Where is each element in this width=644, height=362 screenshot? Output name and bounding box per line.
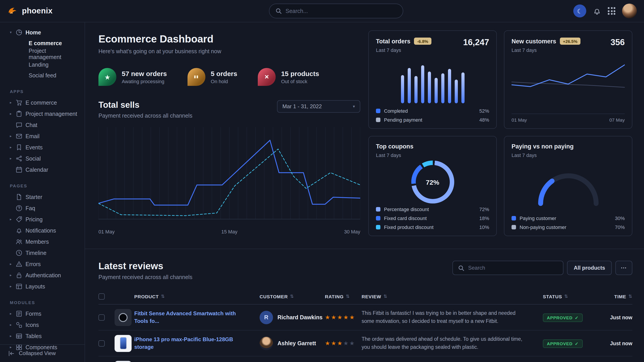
sidebar-item-faq[interactable]: Faq bbox=[5, 203, 79, 214]
legend-row: Paying customer 30% bbox=[512, 215, 625, 221]
card-period: Last 7 days bbox=[376, 152, 414, 158]
caret-right-icon: ▸ bbox=[9, 101, 12, 105]
theme-toggle-button[interactable]: ☾ bbox=[573, 4, 586, 17]
product-link[interactable]: Fitbit Sense Advanced Smartwatch with To… bbox=[134, 310, 260, 325]
sidebar-item-label: Project management bbox=[26, 111, 77, 117]
app-root: phoenix ☾ ▾ HomeE commerceProject manage… bbox=[0, 0, 644, 362]
legend-row: Completed 52% bbox=[376, 108, 489, 114]
brand[interactable]: phoenix bbox=[7, 4, 52, 17]
navbar-search[interactable] bbox=[269, 3, 403, 18]
paying-card: Paying vs non paying Last 7 days Paying … bbox=[504, 136, 632, 236]
reviews-search-input[interactable] bbox=[468, 265, 558, 271]
product-link[interactable]: iPhone 13 pro max-Pacific Blue-128GB sto… bbox=[134, 336, 260, 351]
apps-grid-button[interactable] bbox=[608, 7, 615, 15]
layout-icon bbox=[16, 283, 22, 290]
sidebar-item-forms[interactable]: ▸ Forms bbox=[5, 308, 79, 319]
stat-caption: Awating processing bbox=[122, 79, 167, 84]
legend-dot bbox=[376, 117, 380, 122]
sidebar-item-errors[interactable]: ▸ Errors bbox=[5, 259, 79, 270]
main-content: Ecommerce Dashboard Here's what's going … bbox=[85, 22, 644, 362]
reviews-search[interactable] bbox=[452, 261, 564, 275]
column-header-review[interactable]: REVIEW⇅ bbox=[362, 294, 543, 299]
review-text: This Fitbit is fantastic! I was trying t… bbox=[362, 305, 543, 330]
notifications-button[interactable] bbox=[593, 7, 601, 15]
total-orders-value: 16,247 bbox=[463, 37, 489, 47]
navbar-search-input[interactable] bbox=[286, 8, 396, 14]
column-header-product[interactable]: PRODUCT⇅ bbox=[134, 294, 260, 299]
date-range-value: Mar 1 - 31, 2022 bbox=[282, 103, 322, 110]
bar bbox=[414, 76, 417, 103]
latest-reviews-title: Latest reviews bbox=[98, 261, 192, 272]
more-options-button[interactable]: ... bbox=[615, 261, 632, 275]
x-icon: × bbox=[258, 68, 276, 86]
all-products-button[interactable]: All products bbox=[567, 261, 612, 275]
caret-down-icon: ▾ bbox=[9, 30, 12, 34]
time-cell: Just now bbox=[598, 315, 632, 320]
sidebar-subitem-landing[interactable]: Landing bbox=[5, 59, 79, 70]
top-coupons-legend: Percentage discount 72% Fixed card disco… bbox=[376, 206, 489, 230]
sidebar-item-social[interactable]: ▸ Social bbox=[5, 153, 79, 164]
x-axis-label: 15 May bbox=[221, 229, 238, 234]
sidebar-item-events[interactable]: ▸ Events bbox=[5, 142, 79, 153]
sidebar-item-label: E commerce bbox=[26, 99, 57, 106]
sidebar-item-authentication[interactable]: ▸ Authentication bbox=[5, 270, 79, 281]
sidebar-item-home[interactable]: ▾ Home bbox=[5, 27, 79, 38]
users-icon bbox=[16, 238, 22, 245]
sidebar-item-project-management[interactable]: ▸ Project management bbox=[5, 108, 79, 119]
sidebar-item-label: Tables bbox=[26, 333, 42, 339]
sidebar-item-chat[interactable]: Chat bbox=[5, 119, 79, 131]
column-header-rating[interactable]: RATING⇅ bbox=[325, 294, 362, 299]
sidebar-subitem-social-feed[interactable]: Social feed bbox=[5, 70, 79, 81]
sidebar-item-layouts[interactable]: ▸ Layouts bbox=[5, 281, 79, 292]
row-checkbox[interactable] bbox=[98, 314, 105, 321]
sidebar-item-pricing[interactable]: ▸ Pricing bbox=[5, 214, 79, 225]
x-axis-label: 01 May bbox=[512, 117, 527, 122]
sidebar-item-notifications[interactable]: Notifications bbox=[5, 225, 79, 236]
sidebar-item-members[interactable]: Members bbox=[5, 236, 79, 247]
sidebar-item-icons[interactable]: ▸ Icons bbox=[5, 319, 79, 331]
caret-right-icon: ▸ bbox=[9, 156, 12, 161]
top-coupons-donut-chart: 72% bbox=[411, 161, 454, 203]
collapsed-view-toggle[interactable]: Collapsed View bbox=[0, 344, 84, 362]
legend-dot bbox=[376, 216, 380, 220]
total-orders-bar-chart bbox=[376, 53, 489, 108]
sidebar-item-label: Events bbox=[26, 144, 42, 150]
customer-cell: RRichard Dawkins bbox=[260, 311, 325, 324]
column-header-customer[interactable]: CUSTOMER⇅ bbox=[260, 294, 325, 299]
user-avatar[interactable] bbox=[622, 3, 637, 18]
stat-item: × 15 products Out of stock bbox=[258, 68, 319, 86]
sort-icon: ⇅ bbox=[384, 294, 388, 299]
select-all-checkbox[interactable] bbox=[98, 293, 105, 299]
sidebar-item-label: Members bbox=[26, 239, 49, 245]
legend-dot bbox=[512, 216, 516, 220]
sidebar-item-email[interactable]: ▸ Email bbox=[5, 131, 79, 142]
stat-caption: Out of stock bbox=[281, 79, 319, 84]
sidebar-subitem-e-commerce[interactable]: E commerce bbox=[5, 38, 79, 49]
legend-value: 72% bbox=[479, 206, 489, 212]
sidebar-item-starter[interactable]: Starter bbox=[5, 191, 79, 203]
sidebar-subitem-project-management[interactable]: Project management bbox=[5, 49, 79, 59]
chevron-down-icon: ▾ bbox=[353, 104, 355, 109]
total-orders-card: Total orders -6.8% Last 7 days 16,247 Co… bbox=[368, 30, 497, 129]
sidebar-item-label: Forms bbox=[26, 311, 42, 317]
page-title: Ecommerce Dashboard bbox=[98, 33, 360, 45]
column-header-time[interactable]: TIME⇅ bbox=[598, 294, 632, 299]
sidebar-item-e-commerce[interactable]: ▸ E commerce bbox=[5, 97, 79, 108]
legend-value: 70% bbox=[615, 224, 625, 230]
sidebar-item-calendar[interactable]: Calendar bbox=[5, 164, 79, 175]
column-header-status[interactable]: STATUS⇅ bbox=[543, 294, 598, 299]
product-thumbnail bbox=[114, 335, 132, 352]
row-checkbox[interactable] bbox=[98, 340, 105, 346]
stat-value: 5 orders bbox=[211, 70, 237, 77]
warning-icon bbox=[16, 261, 22, 267]
caret-right-icon: ▸ bbox=[9, 145, 12, 149]
section-divider bbox=[85, 249, 644, 249]
table-icon bbox=[16, 333, 22, 340]
bar bbox=[441, 73, 444, 103]
sidebar-item-tables[interactable]: ▸ Tables bbox=[5, 331, 79, 342]
sidebar-item-timeline[interactable]: Timeline bbox=[5, 247, 79, 259]
caret-right-icon: ▸ bbox=[9, 134, 12, 138]
sidebar-item-label: Authentication bbox=[26, 272, 61, 278]
sidebar-item-label: Calendar bbox=[26, 167, 48, 173]
date-range-select[interactable]: Mar 1 - 31, 2022 ▾ bbox=[277, 100, 360, 113]
